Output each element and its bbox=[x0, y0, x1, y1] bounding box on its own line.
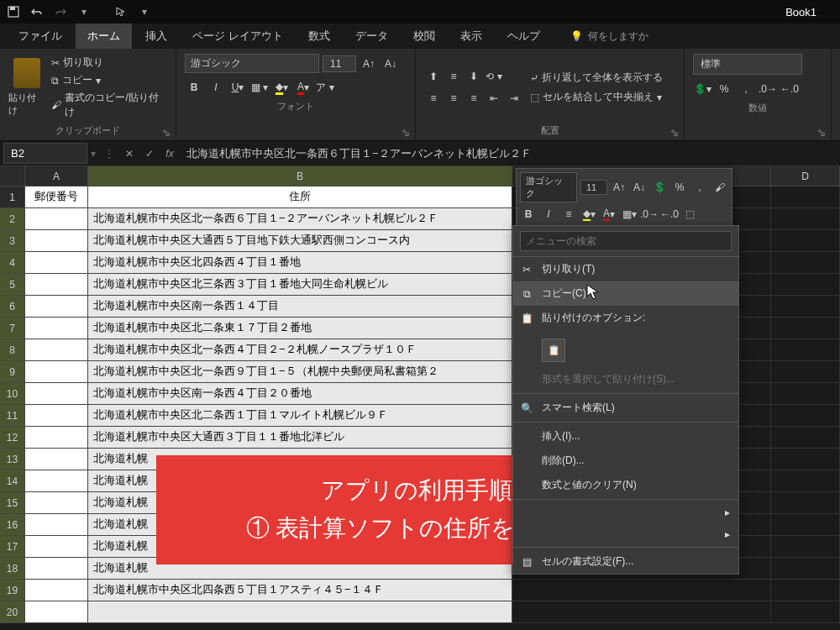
dialog-launcher-icon[interactable]: ⬂ bbox=[670, 127, 680, 137]
currency-icon[interactable]: 💲▾ bbox=[693, 80, 711, 98]
cell[interactable] bbox=[771, 318, 840, 339]
cell[interactable] bbox=[25, 427, 88, 449]
mini-align-icon[interactable]: ≡ bbox=[560, 206, 577, 223]
cell[interactable] bbox=[25, 492, 88, 514]
copy-button[interactable]: ⧉コピー ▾ bbox=[51, 73, 167, 87]
cell[interactable] bbox=[25, 558, 88, 580]
cell[interactable] bbox=[771, 208, 840, 230]
tab-home[interactable]: ホーム bbox=[76, 24, 132, 49]
cm-format-cells[interactable]: ▤セルの書式設定(F)... bbox=[513, 549, 738, 574]
decrease-font-icon[interactable]: A↓ bbox=[381, 55, 400, 73]
row-header[interactable]: 12 bbox=[0, 427, 25, 449]
cell[interactable] bbox=[771, 274, 840, 296]
tab-help[interactable]: ヘルプ bbox=[496, 24, 552, 49]
cell[interactable] bbox=[771, 427, 840, 449]
cm-copy[interactable]: ⧉コピー(C) bbox=[513, 281, 738, 306]
mini-font-select[interactable]: 游ゴシック bbox=[520, 172, 577, 202]
cell[interactable]: 北海道札幌市中央区大通西５丁目地下鉄大通駅西側コンコース内 bbox=[88, 230, 512, 252]
cell[interactable]: 北海道札幌市中央区南一条西４丁目２０番地 bbox=[88, 383, 512, 405]
cell[interactable] bbox=[771, 470, 840, 492]
cell[interactable] bbox=[25, 405, 88, 427]
cell[interactable] bbox=[771, 296, 840, 318]
increase-font-icon[interactable]: A↑ bbox=[360, 55, 378, 73]
cell[interactable] bbox=[771, 405, 840, 427]
qat-dropdown-icon[interactable]: ▾ bbox=[138, 5, 151, 18]
cut-button[interactable]: ✂切り取り bbox=[51, 55, 167, 70]
row-header[interactable]: 2 bbox=[0, 208, 25, 230]
cell[interactable] bbox=[771, 492, 840, 514]
cell[interactable] bbox=[25, 230, 88, 252]
mini-size-select[interactable]: 11 bbox=[580, 180, 607, 195]
cell[interactable]: 北海道札幌市中央区北二条西１丁目１マルイト札幌ビル９Ｆ bbox=[88, 405, 512, 427]
row-header[interactable]: 10 bbox=[0, 383, 25, 405]
mini-percent-icon[interactable]: % bbox=[671, 179, 688, 196]
col-header-a[interactable]: A bbox=[25, 166, 88, 186]
cell[interactable]: 北海道札幌市中央区北四条西５丁目１アスティ４５−１４Ｆ bbox=[88, 580, 512, 601]
select-all-corner[interactable] bbox=[0, 166, 25, 186]
row-header[interactable]: 14 bbox=[0, 470, 25, 492]
cell[interactable]: 郵便番号 bbox=[25, 186, 88, 208]
save-icon[interactable] bbox=[7, 5, 20, 18]
row-header[interactable]: 13 bbox=[0, 449, 25, 470]
decrease-indent-icon[interactable]: ⇤ bbox=[485, 89, 503, 108]
mini-decimal-inc-icon[interactable]: .0→ bbox=[641, 206, 658, 223]
font-name-select[interactable]: 游ゴシック bbox=[185, 54, 319, 73]
cell[interactable]: 北海道札幌市中央区南一条西１４丁目 bbox=[88, 296, 512, 318]
cell[interactable]: 住所 bbox=[88, 186, 512, 208]
increase-indent-icon[interactable]: ⇥ bbox=[505, 89, 523, 108]
align-middle-icon[interactable]: ≡ bbox=[444, 67, 463, 86]
cell[interactable] bbox=[771, 383, 840, 405]
col-header-d[interactable]: D bbox=[771, 166, 840, 186]
row-header[interactable]: 19 bbox=[0, 580, 25, 601]
cell[interactable]: 北海道札幌市中央区北三条西３丁目１番地大同生命札幌ビル bbox=[88, 274, 512, 296]
mini-italic-icon[interactable]: I bbox=[540, 206, 557, 223]
cm-insert[interactable]: 挿入(I)... bbox=[513, 424, 738, 449]
row-header[interactable]: 16 bbox=[0, 514, 25, 536]
cell[interactable] bbox=[771, 230, 840, 252]
cell[interactable] bbox=[25, 339, 88, 361]
cm-smart-lookup[interactable]: 🔍スマート検索(L) bbox=[513, 396, 738, 420]
row-header[interactable]: 4 bbox=[0, 252, 25, 274]
mini-merge-icon[interactable]: ⬚ bbox=[681, 206, 698, 223]
row-header[interactable]: 9 bbox=[0, 361, 25, 383]
cell[interactable] bbox=[771, 601, 840, 623]
mini-fontcolor-icon[interactable]: A▾ bbox=[601, 206, 617, 223]
menu-search-input[interactable] bbox=[520, 231, 732, 251]
number-format-select[interactable]: 標準 bbox=[693, 54, 802, 75]
ruby-button[interactable]: ア ▾ bbox=[316, 78, 334, 97]
cell[interactable] bbox=[25, 252, 88, 274]
underline-button[interactable]: U ▾ bbox=[228, 78, 247, 97]
cell[interactable] bbox=[771, 536, 840, 558]
pointer-icon[interactable] bbox=[114, 5, 128, 18]
border-button[interactable]: ▦ ▾ bbox=[250, 78, 269, 97]
cell[interactable]: 北海道札幌市中央区北二条東１７丁目２番地 bbox=[88, 318, 512, 339]
paste-icon[interactable] bbox=[13, 58, 40, 88]
formula-input[interactable]: 北海道札幌市中央区北一条西６丁目１−２アーバンネット札幌ビル２Ｆ bbox=[180, 143, 840, 165]
fill-color-button[interactable]: ◆ ▾ bbox=[272, 78, 291, 97]
cell[interactable] bbox=[25, 208, 88, 230]
row-header[interactable]: 5 bbox=[0, 274, 25, 296]
cell[interactable] bbox=[771, 558, 840, 580]
row-header[interactable]: 17 bbox=[0, 536, 25, 558]
context-menu-search[interactable] bbox=[513, 226, 738, 257]
tab-formulas[interactable]: 数式 bbox=[297, 24, 342, 49]
font-color-button[interactable]: A ▾ bbox=[294, 78, 312, 97]
format-painter-button[interactable]: 🖌書式のコピー/貼り付け bbox=[51, 91, 167, 119]
cm-clear[interactable]: 数式と値のクリア(N) bbox=[513, 473, 738, 497]
cell[interactable] bbox=[771, 361, 840, 383]
cell[interactable]: 北海道札幌市中央区北一条西４丁目２−２札幌ノースプラザ１０Ｆ bbox=[88, 339, 512, 361]
row-header[interactable]: 11 bbox=[0, 405, 25, 427]
font-size-input[interactable]: 11 bbox=[323, 55, 356, 72]
cm-cut[interactable]: ✂切り取り(T) bbox=[513, 257, 738, 281]
row-header[interactable]: 7 bbox=[0, 318, 25, 339]
cell[interactable] bbox=[25, 470, 88, 492]
row-header[interactable]: 1 bbox=[0, 186, 25, 208]
cell[interactable] bbox=[25, 318, 88, 339]
cell[interactable] bbox=[88, 601, 512, 623]
mini-fillcolor-icon[interactable]: ◆▾ bbox=[580, 206, 597, 223]
cm-delete[interactable]: 削除(D)... bbox=[513, 449, 738, 473]
align-top-icon[interactable]: ⬆ bbox=[424, 67, 443, 86]
tab-insert[interactable]: 挿入 bbox=[134, 24, 179, 49]
cell[interactable]: 北海道札幌市中央区大通西３丁目１１番地北洋ビル bbox=[88, 427, 512, 449]
cell[interactable]: 北海道札幌市中央区北一条西６丁目１−２アーバンネット札幌ビル２Ｆ bbox=[88, 208, 512, 230]
